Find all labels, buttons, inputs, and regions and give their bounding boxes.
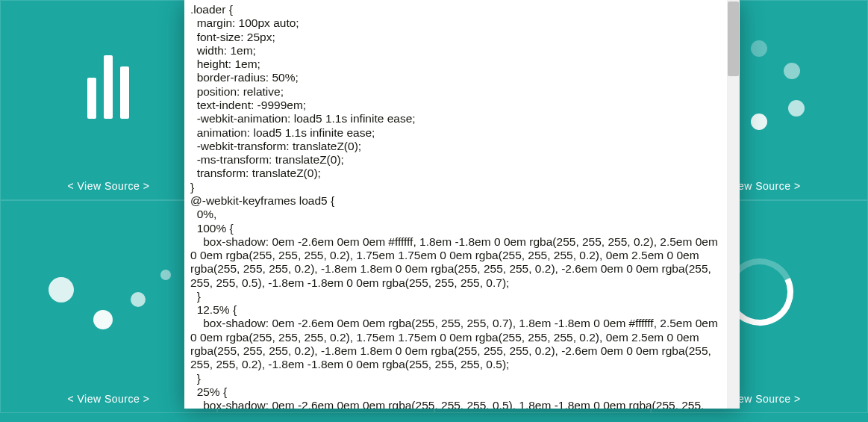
scrollbar-thumb[interactable] bbox=[728, 1, 739, 76]
bouncing-dots-icon bbox=[49, 247, 168, 337]
source-code-modal: .loader { margin: 100px auto; font-size:… bbox=[184, 0, 740, 409]
scrollbar-track[interactable] bbox=[727, 0, 740, 409]
source-code-text[interactable]: .loader { margin: 100px auto; font-size:… bbox=[184, 0, 727, 409]
bars-icon bbox=[87, 52, 129, 119]
